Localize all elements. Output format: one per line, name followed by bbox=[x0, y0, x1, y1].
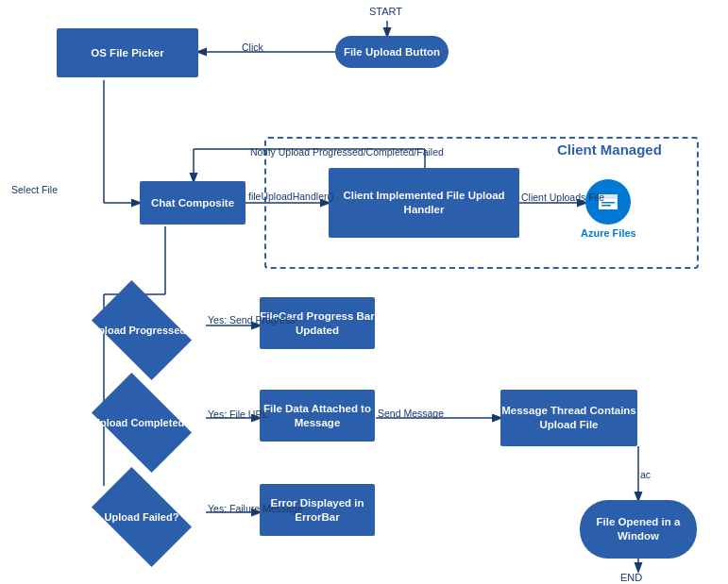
azure-files-icon: Azure Files bbox=[581, 179, 636, 239]
upload-progressed-diamond: Upload Progressed? bbox=[80, 297, 203, 363]
os-file-picker-node: OS File Picker bbox=[57, 28, 198, 77]
client-managed-label: Client Managed bbox=[557, 142, 662, 158]
notify-label: Notify Upload Progressed/Completed/Faile… bbox=[250, 146, 444, 158]
yes-failure-label: Yes: Failure Message bbox=[208, 503, 303, 514]
diagram: START END File Upload Button OS File Pic… bbox=[0, 0, 728, 584]
yes-send-progress-label: Yes: Send Progress bbox=[208, 314, 295, 325]
end-label: END bbox=[620, 572, 642, 583]
send-message-label: Send Message bbox=[378, 408, 444, 419]
click-label: Click bbox=[242, 42, 263, 53]
ac-label: ac bbox=[640, 469, 651, 480]
yes-file-url-label: Yes: File URL bbox=[208, 409, 268, 420]
upload-completed-diamond: Upload Completed? bbox=[80, 390, 203, 456]
file-upload-button-node: File Upload Button bbox=[335, 36, 449, 68]
upload-failed-diamond: Upload Failed? bbox=[80, 484, 203, 550]
svg-rect-27 bbox=[601, 205, 611, 207]
file-data-attached-node: File Data Attached to Message bbox=[260, 390, 375, 442]
message-thread-node: Message Thread Contains Upload File bbox=[500, 390, 637, 446]
file-opened-node: File Opened in a Window bbox=[580, 500, 697, 559]
client-uploads-file-label: Client Uploads File bbox=[521, 192, 604, 203]
chat-composite-node: Chat Composite bbox=[140, 181, 245, 225]
select-file-label: Select File bbox=[11, 184, 58, 195]
file-upload-handler-label: fileUploadHandler() bbox=[248, 191, 333, 202]
azure-files-label: Azure Files bbox=[581, 227, 636, 239]
upload-failed-label: Upload Failed? bbox=[105, 510, 179, 524]
upload-completed-label: Upload Completed? bbox=[93, 416, 191, 429]
upload-progressed-label: Upload Progressed? bbox=[91, 324, 193, 337]
start-label: START bbox=[369, 6, 402, 17]
